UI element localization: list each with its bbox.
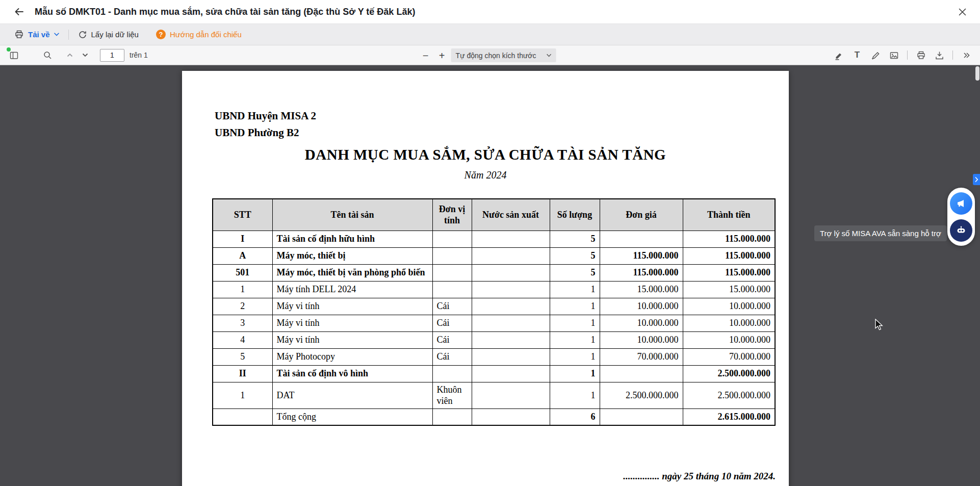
table-cell: 6 xyxy=(550,408,600,425)
assistant-collapse-tab[interactable] xyxy=(973,174,980,185)
org-name-line2: UBND Phường B2 xyxy=(215,126,299,139)
highlighter-icon xyxy=(834,50,844,60)
table-cell: Cái xyxy=(432,315,472,331)
report-title: DANH MỤC MUA SẮM, SỬA CHỮA TÀI SẢN TĂNG xyxy=(182,146,789,163)
table-cell: 15.000.000 xyxy=(600,281,683,298)
zoom-in-button[interactable]: + xyxy=(435,48,449,63)
next-page-button[interactable] xyxy=(78,47,93,63)
table-cell: I xyxy=(213,231,272,247)
pencil-icon xyxy=(871,50,881,60)
table-cell: 15.000.000 xyxy=(683,281,775,298)
chevron-down-icon xyxy=(81,51,89,59)
reload-label: Lấy lại dữ liệu xyxy=(91,30,139,39)
pdf-toolbar-right: T xyxy=(831,47,974,63)
reload-data-button[interactable]: Lấy lại dữ liệu xyxy=(78,30,139,39)
table-cell: 5 xyxy=(550,264,600,281)
table-header-cell: Nước sản xuất xyxy=(472,199,550,231)
refresh-icon xyxy=(78,30,87,39)
zoom-out-button[interactable]: − xyxy=(419,48,433,63)
table-row: 501Máy móc, thiết bị văn phòng phổ biến5… xyxy=(213,264,775,281)
table-row: 2Máy vi tínhCái110.000.00010.000.000 xyxy=(213,298,775,315)
table-cell xyxy=(472,247,550,264)
table-cell: Khuôn viên xyxy=(432,382,472,408)
table-row: ITài sản cố định hữu hình5115.000.000 xyxy=(213,231,775,247)
table-cell: 115.000.000 xyxy=(683,231,775,247)
download-label: Tải về xyxy=(28,30,50,39)
reconcile-guide-link[interactable]: ? Hướng dẫn đối chiếu xyxy=(156,30,242,39)
printer-icon xyxy=(916,50,926,60)
table-header-cell: Thành tiền xyxy=(683,199,775,231)
table-cell xyxy=(432,264,472,281)
text-tool-icon: T xyxy=(855,50,860,60)
table-cell: 115.000.000 xyxy=(600,247,683,264)
table-cell xyxy=(472,365,550,382)
assistant-news-button[interactable] xyxy=(950,192,972,215)
table-cell: 3 xyxy=(213,315,272,331)
question-badge-icon: ? xyxy=(156,30,166,39)
table-cell xyxy=(472,298,550,315)
table-cell: 1 xyxy=(550,315,600,331)
table-row: 5Máy PhotocopyCái170.000.00070.000.000 xyxy=(213,348,775,365)
page-title: Mẫu số DMKT01 - Danh mục mua sắm, sửa ch… xyxy=(35,7,415,17)
table-row: 1DATKhuôn viên12.500.000.0002.500.000.00… xyxy=(213,382,775,408)
table-cell: 115.000.000 xyxy=(683,247,775,264)
toolbar-divider xyxy=(952,50,953,60)
page-number-input[interactable] xyxy=(100,49,124,62)
table-row: Tổng cộng62.615.000.000 xyxy=(213,408,775,425)
table-cell: 10.000.000 xyxy=(600,315,683,331)
add-image-tool-button[interactable] xyxy=(886,47,901,63)
draw-tool-button[interactable] xyxy=(868,47,883,63)
download-button[interactable]: Tải về xyxy=(14,30,59,39)
robot-icon xyxy=(955,224,967,237)
table-cell xyxy=(213,408,272,425)
assistant-ava-button[interactable] xyxy=(950,219,972,242)
print-button[interactable] xyxy=(913,47,929,63)
close-button[interactable] xyxy=(957,7,968,17)
pdf-toolbar: trên 1 − + Tự động chọn kích thước T xyxy=(0,45,980,65)
image-icon xyxy=(889,50,899,60)
back-button[interactable] xyxy=(12,5,25,18)
search-icon xyxy=(43,50,52,60)
close-icon xyxy=(958,8,967,16)
more-tools-button[interactable] xyxy=(959,47,974,63)
actionbar-divider xyxy=(68,30,69,40)
zoom-select[interactable]: Tự động chọn kích thước xyxy=(451,48,556,62)
report-date-line: ............... ngày 25 tháng 10 năm 202… xyxy=(623,471,776,482)
chevron-right-icon xyxy=(974,176,978,183)
table-cell xyxy=(600,365,683,382)
table-cell xyxy=(472,264,550,281)
save-button[interactable] xyxy=(932,47,947,63)
table-cell: 5 xyxy=(550,231,600,247)
window-titlebar: Mẫu số DMKT01 - Danh mục mua sắm, sửa ch… xyxy=(0,0,980,24)
table-cell: Máy Photocopy xyxy=(272,348,432,365)
table-cell: DAT xyxy=(272,382,432,408)
table-cell: Máy móc, thiết bị xyxy=(272,247,432,264)
report-preview-window: Mẫu số DMKT01 - Danh mục mua sắm, sửa ch… xyxy=(0,0,980,486)
printer-icon xyxy=(14,30,24,39)
report-table: STTTên tài sảnĐơn vị tínhNước sản xuấtSố… xyxy=(212,198,776,426)
table-cell xyxy=(432,408,472,425)
freetext-tool-button[interactable]: T xyxy=(849,47,865,63)
table-row: 1Máy tính DELL 2024115.000.00015.000.000 xyxy=(213,281,775,298)
highlight-tool-button[interactable] xyxy=(831,47,846,63)
sidebar-toggle-icon xyxy=(9,50,19,60)
mouse-cursor xyxy=(875,319,886,331)
table-cell: 5 xyxy=(213,348,272,365)
table-cell: 5 xyxy=(550,247,600,264)
table-cell xyxy=(600,231,683,247)
table-cell: 115.000.000 xyxy=(600,264,683,281)
table-header-cell: STT xyxy=(213,199,272,231)
vertical-scrollbar-thumb[interactable] xyxy=(975,66,979,81)
table-cell: Máy vi tính xyxy=(272,315,432,331)
table-cell xyxy=(472,231,550,247)
chevron-down-icon xyxy=(547,54,552,57)
table-cell: 1 xyxy=(550,365,600,382)
table-cell: 10.000.000 xyxy=(683,331,775,348)
table-cell xyxy=(432,365,472,382)
assistant-panel xyxy=(947,188,975,246)
table-cell: 10.000.000 xyxy=(600,331,683,348)
previous-page-button[interactable] xyxy=(62,47,78,63)
find-button[interactable] xyxy=(40,47,55,63)
table-header-cell: Số lượng xyxy=(550,199,600,231)
table-row: IITài sản cố định vô hình12.500.000.000 xyxy=(213,365,775,382)
